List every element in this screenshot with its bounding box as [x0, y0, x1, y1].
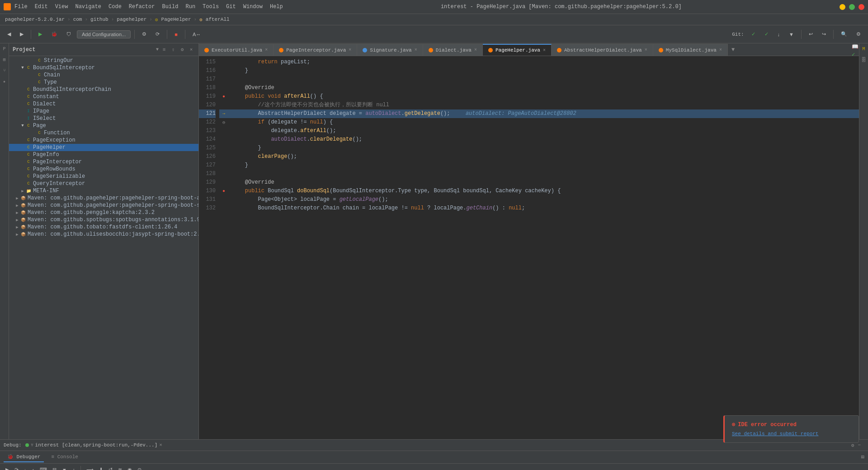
error-submit-link[interactable]: See details and submit report [732, 431, 818, 437]
tree-item-dialect[interactable]: C Dialect [9, 100, 198, 108]
close-debug-session[interactable]: × [159, 442, 162, 448]
debug-close-button[interactable]: − [858, 442, 861, 448]
project-dropdown[interactable]: ▼ [156, 47, 159, 52]
breadcrumb-part-classname[interactable]: PageHelper [161, 17, 191, 22]
gutter-130[interactable]: ● [219, 187, 228, 195]
tree-item-chain[interactable]: C Chain [9, 71, 198, 79]
toolbar-run[interactable]: ▶ [35, 28, 46, 41]
debug-tab-console[interactable]: ≡ Console [47, 452, 81, 462]
toolbar-build[interactable]: ⚙ [138, 28, 150, 41]
menu-help[interactable]: Help [270, 4, 283, 10]
menu-tools[interactable]: Tools [203, 4, 219, 10]
tree-item-maven-1[interactable]: ▶ 📦 Maven: com.github.pagehelper:pagehel… [9, 195, 198, 202]
breadcrumb-part-jar[interactable]: pagehelper-5.2.0.jar [5, 17, 65, 22]
tab-more-button[interactable]: ▼ [728, 44, 738, 56]
breadcrumb-part-github[interactable]: github [90, 17, 108, 22]
toolbar-stop[interactable]: ■ [171, 28, 181, 41]
left-icon-favorites[interactable]: ★ [1, 78, 8, 85]
toolbar-undo[interactable]: ↩ [805, 28, 816, 41]
tab-close-pageinterceptor[interactable]: × [349, 47, 351, 52]
tab-dialect[interactable]: Dialect.java × [423, 44, 483, 56]
toolbar-coverage[interactable]: ⛉ [63, 28, 75, 41]
maximize-button[interactable] [849, 4, 855, 10]
resume-button[interactable]: ▶ [4, 466, 11, 470]
add-button[interactable]: + [71, 466, 77, 470]
menu-build[interactable]: Build [162, 4, 178, 10]
tree-item-queryinterceptor[interactable]: C QueryInterceptor [9, 180, 198, 187]
force-step-into-button[interactable]: ⬇ [97, 466, 105, 470]
left-icon-commit[interactable]: ⑂ [1, 67, 8, 74]
menu-edit[interactable]: Edit [35, 4, 48, 10]
toolbar-translate[interactable]: A↔ [189, 28, 204, 41]
debug-tab-debugger[interactable]: 🐞 Debugger [4, 452, 44, 462]
evaluate-button[interactable]: ⌨ [38, 466, 49, 470]
menu-code[interactable]: Code [108, 4, 122, 10]
tab-abstracthelperdialect[interactable]: AbstractHelperDialect.java × [552, 44, 653, 56]
toolbar-redo[interactable]: ↪ [818, 28, 830, 41]
toolbar-debug[interactable]: 🐞 [47, 28, 61, 41]
left-icon-1[interactable]: P [1, 45, 8, 52]
gutter-119[interactable]: ● [219, 92, 228, 101]
tab-close-executorutil[interactable]: × [265, 47, 268, 52]
menu-run[interactable]: Run [185, 4, 195, 10]
debug-layout-button[interactable]: ⊞ [861, 454, 864, 461]
tree-item-pageserializable[interactable]: C PageSerializable [9, 173, 198, 180]
code-content[interactable]: return pageList; } @Override public void… [228, 56, 859, 439]
tab-pageinterceptor[interactable]: PageInterceptor.java × [274, 44, 357, 56]
tree-item-maven-6[interactable]: ▶ 📦 Maven: com.github.ulisesbocchio:jasy… [9, 231, 198, 238]
menu-git[interactable]: Git [226, 4, 236, 10]
breadcrumb-part-com[interactable]: com [73, 17, 82, 22]
toolbar-rebuild[interactable]: ⟳ [152, 28, 163, 41]
project-settings-button[interactable]: ⚙ [179, 46, 186, 53]
tree-item-constant[interactable]: C Constant [9, 93, 198, 100]
breadcrumb-part-method[interactable]: ⊙ [199, 17, 203, 23]
step-into-button[interactable]: ↓ [22, 466, 28, 470]
tree-item-stringour[interactable]: C StringOur [9, 57, 198, 64]
add-config-button[interactable]: Add Configuration... [77, 30, 131, 38]
tab-pagehelper[interactable]: PageHelper.java × [483, 44, 552, 56]
toolbar-forward[interactable]: ▶ [16, 28, 27, 41]
left-icon-structure[interactable]: ⊞ [1, 56, 8, 63]
tree-item-maven-2[interactable]: ▶ 📦 Maven: com.github.pagehelper:pagehel… [9, 202, 198, 209]
step-out-button[interactable]: ↑ [30, 466, 37, 470]
tree-item-ipage[interactable]: I IPage [9, 108, 198, 115]
step-over-button[interactable]: ↷ [13, 466, 20, 470]
database-icon-btn[interactable]: 🗄 [860, 56, 868, 63]
tree-item-pageinterceptor[interactable]: C PageInterceptor [9, 158, 198, 166]
toolbar-settings[interactable]: ⚙ [853, 28, 864, 41]
tree-item-iselect[interactable]: I ISelect [9, 115, 198, 122]
menu-navigate[interactable]: Navigate [75, 4, 101, 10]
collapse-all-button[interactable]: ≡ [160, 46, 168, 53]
tree-item-maven-4[interactable]: ▶ 📦 Maven: com.github.spotbugs:spotbugs-… [9, 216, 198, 223]
minimize-button[interactable] [840, 4, 845, 10]
tree-item-pageinfo[interactable]: C PageInfo [9, 151, 198, 158]
stream-debug-button[interactable]: ≋ [116, 466, 124, 470]
tab-close-pagehelper[interactable]: × [543, 48, 546, 53]
more-debug-button[interactable]: ▼ [60, 466, 69, 470]
breadcrumb-part-class[interactable]: ⊙ [155, 17, 158, 23]
tab-executorutil[interactable]: ExecutorUtil.java × [199, 44, 274, 56]
menu-view[interactable]: View [55, 4, 68, 10]
tree-item-metainf[interactable]: ▶ 📁 META-INF [9, 187, 198, 195]
filter-frames-button[interactable]: ⊟ [51, 466, 58, 470]
toolbar-git-more[interactable]: ▼ [785, 28, 797, 41]
tab-mysqldialect[interactable]: MySqlDialect.java × [653, 44, 728, 56]
tab-close-dialect[interactable]: × [474, 47, 477, 52]
tree-item-maven-5[interactable]: ▶ 📦 Maven: com.github.tobato:fastdfs-cli… [9, 223, 198, 231]
maven-icon-btn[interactable]: M [860, 45, 868, 52]
toolbar-git-push[interactable]: ✓ [761, 28, 772, 41]
menu-file[interactable]: File [14, 4, 28, 10]
close-button[interactable] [859, 4, 864, 10]
close-project-button[interactable]: × [188, 46, 195, 53]
tree-item-boundsqlinterceptor[interactable]: ▼ C BoundSqlInterceptor [9, 64, 198, 71]
scroll-to-source-button[interactable]: ⇧ [170, 46, 177, 53]
drop-frame-button[interactable]: ↺ [107, 466, 114, 470]
tab-signature[interactable]: Signature.java × [357, 44, 423, 56]
debug-session-label[interactable]: interest [clean,spring-boot:run,-Pdev...… [35, 442, 158, 448]
tree-item-boundsqlinterceptorchain[interactable]: C BoundSqlInterceptorChain [9, 86, 198, 93]
tab-close-abstracthelperdialect[interactable]: × [645, 47, 647, 52]
tree-item-page[interactable]: ▼ C Page [9, 122, 198, 129]
step-forward-button[interactable]: ⟶ [85, 466, 95, 470]
toolbar-back[interactable]: ◀ [4, 28, 14, 41]
tree-item-pagerowbounds[interactable]: C PageRowBounds [9, 166, 198, 173]
